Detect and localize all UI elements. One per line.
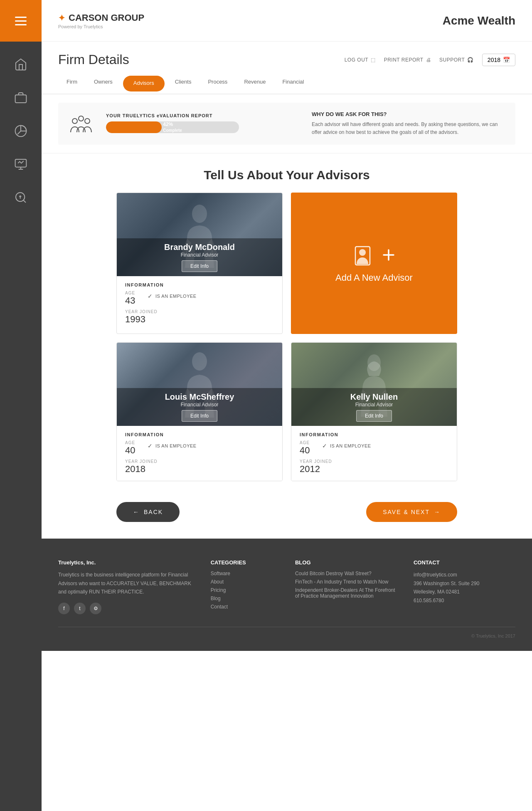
- year-joined-kelly: YEAR JOINED 2012: [300, 459, 448, 475]
- tab-process[interactable]: Process: [200, 74, 236, 94]
- age-field-louis: AGE 40: [125, 440, 135, 456]
- footer: Truelytics, Inc. Truelytics is the busin…: [42, 539, 532, 650]
- advisor-photo-brandy: Brandy McDonald Financial Advisor Edit I…: [117, 193, 282, 276]
- advisor-info-louis: INFORMATION AGE 40 ✓ IS AN EMPLOYEE YEAR…: [117, 426, 282, 481]
- logout-button[interactable]: LOG OUT ⬚: [345, 57, 376, 63]
- advisor-name-kelly: Kelly Nullen: [298, 392, 451, 402]
- logo-area: ✦ CARSON GROUP Powered by Truelytics: [58, 12, 144, 29]
- svg-point-10: [192, 205, 207, 223]
- settings-icon[interactable]: ⚙: [90, 603, 101, 614]
- firm-name: Acme Wealth: [443, 14, 515, 27]
- tab-owners[interactable]: Owners: [86, 74, 121, 94]
- year-selector[interactable]: 2018 📅: [482, 54, 515, 66]
- employee-check-kelly: ✓ IS AN EMPLOYEE: [322, 443, 371, 449]
- report-info: YOUR TRUELYTICS eVALUATION REPORT 42% Co…: [106, 113, 299, 135]
- footer-col-blog: BLOG Could Bitcoin Destroy Wall Street? …: [295, 559, 397, 614]
- twitter-icon[interactable]: t: [74, 603, 86, 614]
- nav-buttons: ← BACK SAVE & NEXT →: [100, 494, 474, 539]
- footer-link-pricing[interactable]: Pricing: [211, 587, 278, 593]
- print-report-button[interactable]: PRINT REPORT 🖨: [384, 57, 431, 63]
- svg-line-6: [23, 200, 26, 203]
- info-label-louis: INFORMATION: [125, 432, 274, 437]
- tab-advisors[interactable]: Advisors: [123, 76, 165, 91]
- tab-financial[interactable]: Financial: [274, 74, 312, 94]
- footer-blog-post-3[interactable]: Independent Broker-Dealers At The Forefr…: [295, 587, 397, 599]
- report-banner: YOUR TRUELYTICS eVALUATION REPORT 42% Co…: [58, 103, 515, 145]
- sidebar-item-briefcase[interactable]: [0, 83, 42, 112]
- employee-check-brandy: ✓ IS AN EMPLOYEE: [148, 293, 196, 299]
- back-button[interactable]: ← BACK: [116, 502, 180, 522]
- tab-firm[interactable]: Firm: [58, 74, 86, 94]
- logo-icon: ✦: [58, 13, 65, 23]
- edit-info-brandy[interactable]: Edit Info: [182, 260, 217, 272]
- forward-arrow-icon: →: [434, 509, 441, 515]
- footer-link-contact[interactable]: Contact: [211, 604, 278, 610]
- footer-contact-phone: 610.585.6780: [414, 596, 515, 605]
- footer-blog-post-2[interactable]: FinTech - An Industry Trend to Watch Now: [295, 579, 397, 585]
- sidebar-item-dollar[interactable]: [0, 183, 42, 212]
- powered-by: Powered by Truelytics: [58, 24, 144, 29]
- advisor-info-kelly: INFORMATION AGE 40 ✓ IS AN EMPLOYEE YEAR…: [291, 426, 457, 481]
- header-actions: LOG OUT ⬚ PRINT REPORT 🖨 SUPPORT 🎧 2018 …: [345, 54, 515, 66]
- advisor-title-kelly: Financial Advisor: [298, 402, 451, 408]
- advisor-card-louis: Louis McSheffrey Financial Advisor Edit …: [116, 342, 283, 481]
- logo-name: CARSON GROUP: [69, 12, 144, 23]
- report-why-title: WHY DO WE ASK FOR THIS?: [312, 111, 505, 117]
- progress-fill: [106, 121, 162, 133]
- edit-info-louis[interactable]: Edit Info: [182, 410, 217, 422]
- sidebar-item-monitor[interactable]: [0, 150, 42, 179]
- sidebar-item-home[interactable]: [0, 50, 42, 79]
- advisor-overlay-louis: Louis McSheffrey Financial Advisor Edit …: [117, 388, 282, 426]
- employee-check-louis: ✓ IS AN EMPLOYEE: [148, 443, 196, 449]
- checkmark-icon: ✓: [148, 443, 153, 449]
- advisors-grid: Brandy McDonald Financial Advisor Edit I…: [100, 193, 474, 494]
- advisor-info-brandy: INFORMATION AGE 43 ✓ IS AN EMPLOYEE YEAR…: [117, 276, 282, 331]
- header: ✦ CARSON GROUP Powered by Truelytics Acm…: [42, 0, 532, 42]
- edit-info-kelly[interactable]: Edit Info: [356, 410, 392, 422]
- footer-categories-title: CATEGORIES: [211, 559, 278, 566]
- footer-link-about[interactable]: About: [211, 579, 278, 585]
- main-content: ✦ CARSON GROUP Powered by Truelytics Acm…: [42, 0, 532, 811]
- footer-link-blog[interactable]: Blog: [211, 596, 278, 601]
- hamburger-menu[interactable]: [0, 0, 42, 42]
- year-joined-brandy: YEAR JOINED 1993: [125, 309, 274, 325]
- checkmark-icon: ✓: [322, 443, 328, 449]
- footer-blog-post-1[interactable]: Could Bitcoin Destroy Wall Street?: [295, 571, 397, 576]
- footer-contact-city: Wellesley, MA 02481: [414, 588, 515, 596]
- svg-point-7: [72, 119, 77, 124]
- advisor-name-louis: Louis McSheffrey: [123, 392, 276, 402]
- add-advisor-label: Add A New Advisor: [335, 272, 413, 283]
- advisor-name-brandy: Brandy McDonald: [123, 242, 276, 252]
- footer-contact-address: 396 Washington St. Suite 290: [414, 579, 515, 588]
- add-advisor-card[interactable]: Add A New Advisor: [291, 193, 457, 334]
- tab-clients[interactable]: Clients: [167, 74, 200, 94]
- save-next-button[interactable]: SAVE & NEXT →: [366, 502, 457, 522]
- advisor-photo-louis: Louis McSheffrey Financial Advisor Edit …: [117, 343, 282, 426]
- advisor-title-brandy: Financial Advisor: [123, 252, 276, 258]
- footer-company-name: Truelytics, Inc.: [58, 559, 194, 566]
- info-row-kelly: AGE 40 ✓ IS AN EMPLOYEE: [300, 440, 448, 456]
- report-icon: [69, 111, 94, 136]
- hamburger-icon: [15, 17, 27, 25]
- footer-contact-title: CONTACT: [414, 559, 515, 566]
- info-label-kelly: INFORMATION: [300, 432, 448, 437]
- svg-point-8: [79, 116, 84, 121]
- footer-blog-title: BLOG: [295, 559, 397, 566]
- footer-link-software[interactable]: Software: [211, 571, 278, 576]
- advisor-overlay-brandy: Brandy McDonald Financial Advisor Edit I…: [117, 238, 282, 276]
- support-button[interactable]: SUPPORT 🎧: [439, 57, 474, 63]
- sidebar: [0, 0, 42, 811]
- tabs-bar: Firm Owners Advisors Clients Process Rev…: [42, 74, 532, 94]
- advisor-title-louis: Financial Advisor: [123, 402, 276, 408]
- info-row-louis: AGE 40 ✓ IS AN EMPLOYEE: [125, 440, 274, 456]
- info-row-brandy: AGE 43 ✓ IS AN EMPLOYEE: [125, 291, 274, 306]
- progress-text: 42% Complete: [163, 121, 182, 133]
- back-arrow-icon: ←: [133, 509, 140, 515]
- page-title: Firm Details: [58, 52, 129, 67]
- age-field-brandy: AGE 43: [125, 291, 135, 306]
- add-advisor-icon-area: [353, 243, 395, 266]
- facebook-icon[interactable]: f: [58, 603, 70, 614]
- svg-point-12: [359, 249, 366, 256]
- tab-revenue[interactable]: Revenue: [236, 74, 274, 94]
- sidebar-item-chart[interactable]: [0, 116, 42, 146]
